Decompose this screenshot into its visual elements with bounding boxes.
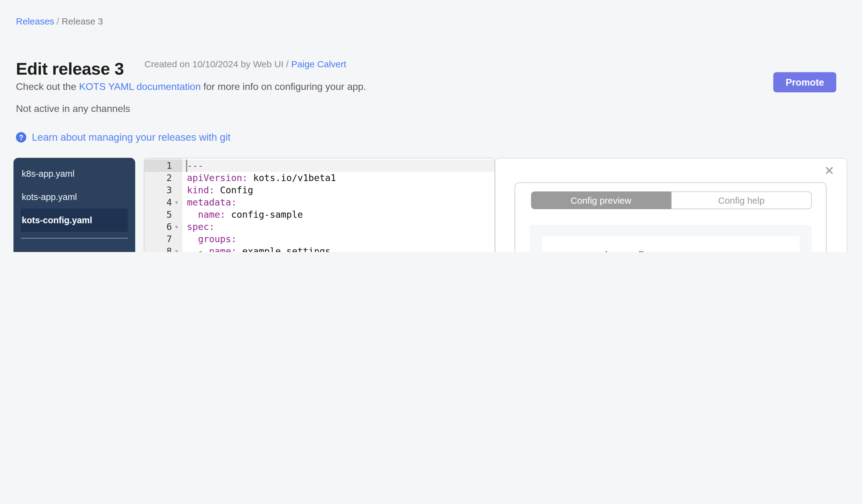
line-number: 3 [144,184,172,196]
config-preview-card: Config preview Config help My Example Co… [514,182,826,252]
code-rows: 1---2apiVersion: kots.io/v1beta13kind: C… [144,160,494,252]
sidebar-file-item[interactable]: kots-app.yaml [21,185,128,209]
git-help-row: ? Learn about managing your releases wit… [16,132,230,143]
sidebar-divider [21,238,128,239]
breadcrumb: Releases/Release 3 [16,16,103,26]
line-number: 4 [144,196,172,209]
config-group-title: My Example Config [552,250,651,252]
line-number-cell: 8▾ [144,245,182,252]
config-preview-panel: ✕ Config preview Config help My Example … [495,158,847,252]
line-number-cell: 1 [144,160,182,172]
line-number-cell: 2 [144,172,182,184]
line-number: 2 [144,172,172,184]
sidebar-file-item[interactable]: k8s-app.yaml [21,162,128,185]
sidebar-file-item[interactable]: kots-config.yaml [21,209,128,232]
created-by-link[interactable]: Paige Calvert [291,59,346,69]
line-number-cell: 3 [144,184,182,196]
code-text[interactable]: apiVersion: kots.io/v1beta1 [182,172,494,184]
line-number-cell: 4▾ [144,196,182,209]
fold-arrow-icon[interactable]: ▾ [172,245,181,252]
code-line: 2apiVersion: kots.io/v1beta1 [144,172,494,184]
code-text[interactable]: spec: [182,221,494,233]
question-icon: ? [16,132,26,143]
code-line: 3kind: Config [144,184,494,196]
file-name: kots-config.yaml [22,212,92,228]
line-number: 8 [144,245,172,252]
fold-arrow-icon[interactable]: ▾ [172,196,181,209]
line-number: 5 [144,209,172,221]
channel-status: Not active in any channels [16,103,130,115]
code-text[interactable]: groups: [182,233,494,245]
page: Releases/Release 3 Edit release 3 Create… [0,0,862,252]
line-number: 7 [144,233,172,245]
code-line: 8▾ - name: example_settings [144,245,494,252]
code-line: 6▾spec: [144,221,494,233]
doc-line: Check out the KOTS YAML documentation fo… [16,81,366,92]
tab-config-preview[interactable]: Config preview [531,191,671,209]
code-line: 5 name: config-sample [144,209,494,221]
close-icon[interactable]: ✕ [824,163,835,178]
line-number-cell: 7 [144,233,182,245]
promote-button[interactable]: Promote [773,72,836,92]
line-number-cell: 6▾ [144,221,182,233]
created-line: Created on 10/10/2024 by Web UI / Paige … [144,59,346,69]
line-number-cell: 5 [144,209,182,221]
yaml-editor[interactable]: 1---2apiVersion: kots.io/v1beta13kind: C… [144,158,495,252]
file-list-bottom: example-configmap.yamlexample-deployment… [13,245,135,252]
breadcrumb-releases-link[interactable]: Releases [16,16,54,26]
code-text[interactable]: --- [182,160,494,172]
tab-config-help[interactable]: Config help [671,191,812,209]
code-text[interactable]: name: config-sample [182,209,494,221]
created-text: Created on 10/10/2024 by Web UI / [144,59,288,69]
page-title: Edit release 3 [16,59,124,79]
code-text[interactable]: metadata: [182,196,494,209]
text-cursor [186,160,187,172]
sidebar-file-item[interactable]: example-configmap.yaml [21,245,128,252]
preview-viewport: My Example Config Customize Text Inputs … [530,225,812,252]
code-text[interactable]: kind: Config [182,184,494,196]
doc-prefix: Check out the [16,81,79,92]
fold-arrow-icon[interactable]: ▾ [172,221,181,233]
rendered-config-card: My Example Config Customize Text Inputs … [542,236,800,252]
doc-suffix: for more info on configuring your app. [201,81,366,92]
file-list-top: k8s-app.yamlkots-app.yamlkots-config.yam… [13,158,135,232]
code-line: 1--- [144,160,494,172]
code-text[interactable]: - name: example_settings [182,245,494,252]
preview-tabs: Config preview Config help [531,191,812,209]
kots-yaml-doc-link[interactable]: KOTS YAML documentation [79,81,201,92]
file-sidebar: k8s-app.yamlkots-app.yamlkots-config.yam… [13,158,135,252]
file-name: kots-app.yaml [22,189,77,205]
file-name: example-configmap.yaml [22,249,115,252]
file-name: k8s-app.yaml [22,166,74,182]
git-releases-link[interactable]: Learn about managing your releases with … [32,132,230,143]
code-line: 4▾metadata: [144,196,494,209]
code-line: 7 groups: [144,233,494,245]
breadcrumb-current: Release 3 [62,16,103,26]
line-number: 6 [144,221,172,233]
line-number: 1 [144,160,172,172]
breadcrumb-separator: / [56,16,59,26]
